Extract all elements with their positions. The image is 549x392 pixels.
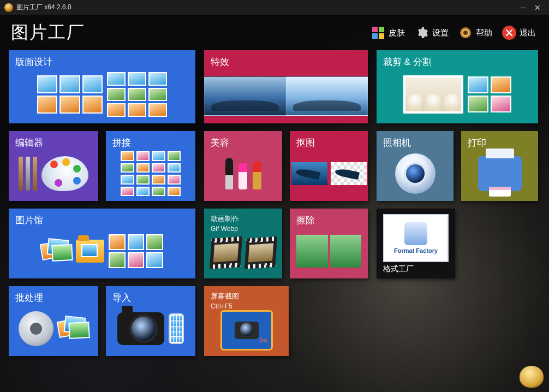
tile-anim[interactable]: 动画制作 Gif Webp	[204, 209, 282, 278]
tile-erase-label: 擦除	[296, 214, 361, 227]
help-icon	[458, 26, 473, 40]
batch-photos-icon	[58, 316, 88, 342]
app-icon	[4, 3, 13, 12]
tile-format-label: 格式工厂	[383, 264, 449, 274]
tile-stitch[interactable]: 拼接	[106, 131, 195, 201]
webcam-icon	[395, 153, 435, 194]
printer-icon	[478, 156, 522, 191]
tile-camera[interactable]: 照相机	[377, 131, 453, 201]
tile-import[interactable]: 导入	[106, 286, 195, 356]
titlebar-text: 图片工厂 x64 2.6.0	[16, 3, 71, 12]
tile-anim-label: 动画制作	[211, 214, 276, 224]
tile-stitch-label: 拼接	[112, 136, 189, 149]
tile-beauty[interactable]: 美容	[204, 131, 282, 201]
effect-pane-dark	[204, 76, 286, 116]
folder-icon	[76, 240, 104, 263]
skin-icon	[372, 27, 384, 39]
tile-gallery[interactable]: 图片馆	[9, 209, 195, 278]
tile-crop[interactable]: 裁剪 & 分割	[377, 50, 538, 123]
skin-label: 皮肤	[389, 28, 405, 38]
tile-batch[interactable]: 批处理	[9, 286, 98, 356]
crop-preview	[403, 75, 463, 114]
settings-label: 设置	[432, 28, 449, 38]
film-icon	[210, 236, 242, 269]
settings-button[interactable]: 设置	[415, 26, 449, 40]
close-button[interactable]: ✕	[530, 2, 545, 13]
cosmetics-icon	[225, 158, 261, 189]
tile-format[interactable]: Format Factory 格式工厂	[377, 209, 455, 278]
tile-layout[interactable]: 版面设计	[9, 50, 195, 123]
header: 图片工厂 皮肤 设置 帮助 退出	[0, 15, 549, 50]
tile-cutout-label: 抠图	[296, 136, 361, 149]
tile-erase[interactable]: 擦除	[290, 209, 368, 278]
mascot-icon	[520, 366, 544, 388]
tile-screenshot-label: 屏幕截图	[211, 292, 282, 301]
format-factory-brand: Format Factory	[394, 247, 438, 254]
tile-screenshot[interactable]: 屏幕截图 Ctrl+F5 ✂	[204, 286, 289, 356]
gear-large-icon	[19, 311, 53, 346]
tile-screenshot-sub: Ctrl+F5	[211, 302, 282, 310]
tile-effects[interactable]: 特效	[204, 50, 368, 123]
tile-print[interactable]: 打印	[461, 131, 538, 201]
screenshot-icon: ✂	[220, 310, 273, 351]
brushes-icon	[19, 157, 37, 191]
tile-import-label: 导入	[112, 292, 189, 304]
erase-preview	[296, 235, 361, 268]
help-button[interactable]: 帮助	[458, 26, 492, 40]
tile-print-label: 打印	[468, 136, 532, 149]
tile-batch-label: 批处理	[15, 292, 92, 304]
tile-anim-sub: Gif Webp	[211, 225, 276, 233]
help-label: 帮助	[476, 28, 492, 38]
film-icon-2	[244, 236, 277, 269]
tile-gallery-label: 图片馆	[15, 214, 189, 227]
tile-layout-label: 版面设计	[15, 56, 189, 68]
exit-label: 退出	[520, 28, 536, 38]
effect-pane-bright	[286, 76, 368, 116]
tile-effects-label: 特效	[211, 56, 361, 68]
tile-camera-label: 照相机	[383, 136, 447, 149]
tile-crop-label: 裁剪 & 分割	[383, 56, 532, 68]
close-icon	[502, 26, 516, 40]
format-factory-icon: Format Factory	[383, 214, 449, 262]
phone-icon	[169, 313, 184, 344]
palette-icon	[41, 156, 88, 191]
cutout-preview	[291, 162, 367, 185]
tile-editor[interactable]: 编辑器	[9, 131, 98, 201]
gear-icon	[415, 26, 429, 40]
tile-beauty-label: 美容	[211, 136, 276, 149]
app-title: 图片工厂	[11, 21, 85, 45]
photo-stack-icon	[41, 238, 71, 264]
exit-button[interactable]: 退出	[502, 26, 536, 40]
camera-icon	[117, 312, 164, 345]
titlebar: 图片工厂 x64 2.6.0 ─ ✕	[0, 0, 549, 15]
minimize-button[interactable]: ─	[516, 2, 530, 13]
tile-editor-label: 编辑器	[15, 136, 92, 149]
skin-button[interactable]: 皮肤	[371, 26, 405, 40]
tile-cutout[interactable]: 抠图	[290, 131, 368, 201]
